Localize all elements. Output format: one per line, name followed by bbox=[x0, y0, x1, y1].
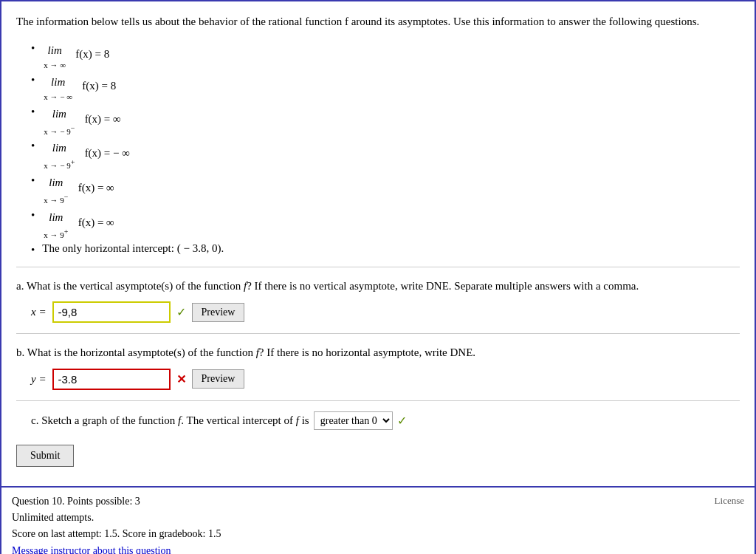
license-link[interactable]: License bbox=[715, 493, 744, 509]
list-item: • lim x → − 9− f(x) = ∞ bbox=[31, 104, 740, 136]
lim-block-6: lim x → 9+ bbox=[44, 208, 68, 239]
part-c-text: c. Sketch a graph of the function f. The… bbox=[31, 414, 309, 427]
bullet: • bbox=[31, 42, 35, 55]
part-a-preview-button[interactable]: Preview bbox=[192, 303, 245, 322]
list-item: • lim x → ∞ f(x) = 8 bbox=[31, 41, 740, 69]
bullet: • bbox=[31, 74, 35, 86]
divider-2 bbox=[16, 333, 740, 334]
part-c-row: c. Sketch a graph of the function f. The… bbox=[31, 411, 740, 430]
lim-block-5: lim x → 9− bbox=[44, 173, 68, 205]
part-a-input[interactable] bbox=[52, 301, 171, 323]
part-b-label: y = bbox=[31, 373, 47, 386]
limit-2: lim x → − ∞ f(x) = 8 bbox=[42, 72, 116, 101]
bullet: • bbox=[31, 209, 35, 222]
lim-block-1: lim x → ∞ bbox=[44, 41, 66, 69]
part-b: b. What is the horizontal asymptote(s) o… bbox=[16, 344, 740, 390]
content-area: The information below tells us about the… bbox=[1, 1, 755, 486]
footer-area: License Question 10. Points possible: 3 … bbox=[1, 486, 755, 554]
part-a-answer-row: x = ✓ Preview bbox=[31, 301, 740, 323]
bullet: • bbox=[31, 174, 35, 187]
lim-block-3: lim x → − 9− bbox=[44, 104, 75, 136]
part-b-x-icon: ✕ bbox=[176, 372, 186, 386]
part-a-question: a. What is the vertical asymptote(s) of … bbox=[16, 278, 740, 295]
bullet: • bbox=[31, 106, 35, 118]
list-item: • lim x → 9+ f(x) = ∞ bbox=[31, 208, 740, 239]
part-a-label: x = bbox=[31, 306, 47, 318]
part-a: a. What is the vertical asymptote(s) of … bbox=[16, 278, 740, 324]
bullet: • bbox=[31, 244, 35, 256]
submit-area: Submit bbox=[16, 445, 740, 467]
part-c: c. Sketch a graph of the function f. The… bbox=[16, 411, 740, 430]
limit-3: lim x → − 9− f(x) = ∞ bbox=[42, 104, 121, 136]
lim-block-2: lim x → − ∞ bbox=[44, 72, 72, 101]
footer-attempts: Unlimited attempts. bbox=[12, 510, 744, 526]
main-container: The information below tells us about the… bbox=[0, 0, 756, 554]
intro-text: The information below tells us about the… bbox=[16, 13, 740, 30]
limits-list: • lim x → ∞ f(x) = 8 • lim x → − ∞ bbox=[31, 41, 740, 256]
limit-1: lim x → ∞ f(x) = 8 bbox=[42, 41, 109, 69]
part-b-answer-row: y = ✕ Preview bbox=[31, 369, 740, 390]
footer-question-info: Question 10. Points possible: 3 bbox=[12, 493, 744, 510]
lim-block-4: lim x → − 9+ bbox=[44, 138, 75, 170]
list-item: • lim x → − ∞ f(x) = 8 bbox=[31, 72, 740, 101]
list-item: • lim x → 9− f(x) = ∞ bbox=[31, 173, 740, 205]
part-b-question: b. What is the horizontal asymptote(s) o… bbox=[16, 344, 740, 361]
limit-6: lim x → 9+ f(x) = ∞ bbox=[42, 208, 114, 239]
divider-3 bbox=[16, 400, 740, 401]
part-b-input[interactable] bbox=[52, 369, 171, 390]
intercept-note: The only horizontal intercept: ( − 3.8, … bbox=[42, 242, 224, 255]
vertical-intercept-dropdown[interactable]: greater than 0 less than 0 equal to 0 bbox=[314, 411, 393, 430]
divider-1 bbox=[16, 267, 740, 267]
part-c-check-icon: ✓ bbox=[397, 414, 407, 428]
footer-score: Score on last attempt: 1.5. Score in gra… bbox=[12, 526, 744, 542]
message-instructor-link[interactable]: Message instructor about this question bbox=[12, 545, 171, 554]
list-item: • lim x → − 9+ f(x) = − ∞ bbox=[31, 138, 740, 170]
list-item: • The only horizontal intercept: ( − 3.8… bbox=[31, 242, 740, 256]
limit-4: lim x → − 9+ f(x) = − ∞ bbox=[42, 138, 130, 170]
bullet: • bbox=[31, 140, 35, 152]
part-b-preview-button[interactable]: Preview bbox=[192, 369, 245, 389]
part-a-check-icon: ✓ bbox=[176, 305, 186, 319]
limit-5: lim x → 9− f(x) = ∞ bbox=[42, 173, 114, 205]
submit-button[interactable]: Submit bbox=[16, 445, 74, 467]
